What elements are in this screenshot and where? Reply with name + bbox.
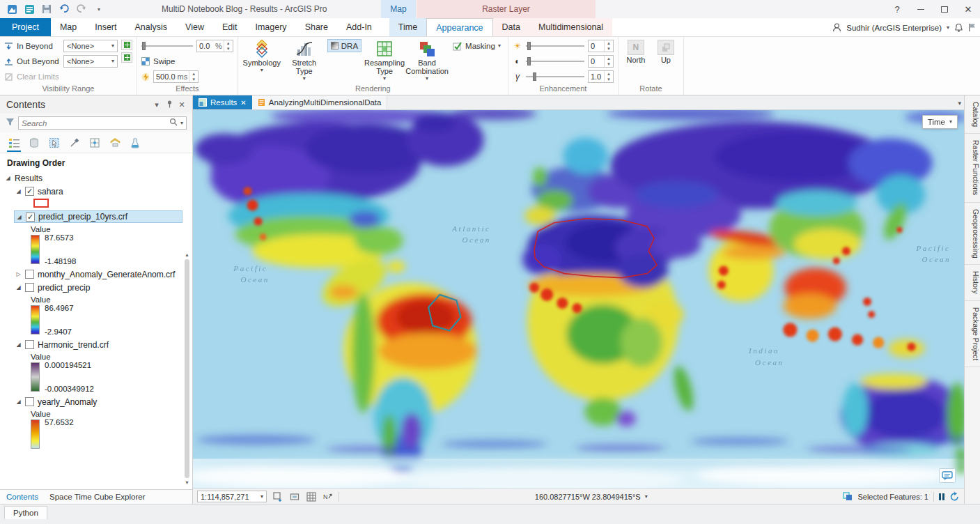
map-comment-icon[interactable] (939, 468, 956, 483)
layer-checkbox[interactable] (25, 340, 34, 349)
hidden-tabs-icon[interactable]: ▾ (958, 95, 961, 110)
tab-insert[interactable]: Insert (86, 18, 125, 36)
contrast-slider[interactable] (526, 56, 584, 67)
new-feature-icon[interactable] (272, 491, 283, 502)
expander-icon[interactable]: ◢ (16, 214, 22, 220)
layer-checkbox[interactable] (25, 283, 34, 292)
band-combination-button[interactable]: Band Combination ▾ (407, 39, 446, 82)
minimize-button[interactable] (909, 0, 933, 18)
layer-checkbox[interactable] (25, 397, 34, 406)
list-by-drawing-order-icon[interactable] (7, 134, 21, 151)
out-beyond-label[interactable]: Out Beyond (17, 57, 60, 66)
contents-scrollbar[interactable]: ▲ ▼ (183, 251, 191, 486)
customize-toolbar-icon[interactable]: ▾ (91, 2, 107, 16)
help-button[interactable]: ? (885, 0, 909, 18)
close-button[interactable]: ✕ (956, 0, 980, 18)
north-button[interactable]: N North (623, 39, 649, 64)
expander-icon[interactable]: ▷ (15, 271, 22, 277)
gamma-slider[interactable] (526, 71, 584, 82)
tab-appearance[interactable]: Appearance (426, 18, 492, 36)
pin-icon[interactable] (163, 100, 176, 109)
expander-icon[interactable]: ◢ (15, 399, 22, 405)
clear-limits-button[interactable]: Clear Limits (17, 72, 60, 81)
search-icon[interactable] (169, 118, 178, 128)
contrast-spinner[interactable]: 0▲▼ (588, 55, 614, 68)
doc-tab-analyzing-multidimensional-data[interactable]: AnalyzingMultiDimensionalData (252, 95, 388, 109)
expander-icon[interactable]: ◢ (15, 284, 22, 291)
filter-icon[interactable] (6, 118, 15, 128)
gamma-spinner[interactable]: 1.0▲▼ (588, 70, 614, 83)
maximize-button[interactable] (933, 0, 956, 18)
layer-item-yearly-anomaly[interactable]: ◢ yearly_Anomaly (0, 396, 192, 408)
pane-menu-icon[interactable]: ▾ (150, 100, 163, 109)
brightness-slider[interactable] (526, 40, 584, 52)
redo-icon[interactable] (74, 2, 89, 16)
layer-checkbox[interactable]: ✓ (26, 213, 35, 222)
tab-time[interactable]: Time (389, 18, 426, 36)
tab-catalog[interactable]: Catalog (965, 95, 980, 134)
list-by-snapping-icon[interactable] (88, 134, 102, 151)
tab-imagery[interactable]: Imagery (246, 18, 295, 36)
out-beyond-dropdown[interactable]: <None>▾ (63, 55, 118, 68)
masking-dropdown[interactable]: Masking ▾ (450, 39, 504, 52)
signed-in-user[interactable]: Sudhir (ArcGIS Enterprise) (846, 24, 942, 32)
stretch-type-button[interactable]: Stretch Type ▾ (285, 39, 324, 82)
tab-data[interactable]: Data (493, 18, 529, 36)
pause-drawing-icon[interactable] (939, 493, 944, 500)
tab-multidimensional[interactable]: Multidimensional (529, 18, 612, 36)
tab-python[interactable]: Python (4, 506, 47, 519)
app-icon[interactable] (4, 2, 20, 16)
layer-item-monthy-anomaly[interactable]: ▷ monthy_Anomaly_GenerateAnom.crf (0, 268, 192, 280)
save-icon[interactable] (39, 2, 54, 16)
coordinates-readout[interactable]: 160.0827715°W 23.8049415°S▾ (535, 493, 648, 501)
visibility-option-button-2[interactable] (121, 52, 132, 63)
undo-icon[interactable] (56, 2, 72, 16)
doc-tab-results[interactable]: Results ✕ (193, 95, 252, 109)
list-by-labeling-icon[interactable] (108, 134, 122, 151)
selected-features-count[interactable]: Selected Features: 1 (857, 493, 928, 501)
scale-combo[interactable]: 1:114,857,271▾ (197, 491, 267, 502)
close-tab-icon[interactable]: ✕ (240, 99, 246, 107)
scroll-up-icon[interactable]: ▲ (185, 251, 189, 259)
up-button[interactable]: Up (653, 39, 679, 64)
resampling-type-button[interactable]: Resampling Type ▾ (365, 39, 404, 82)
tab-project[interactable]: Project (0, 18, 51, 36)
tab-raster-functions[interactable]: Raster Functions (965, 134, 980, 202)
transparency-spinner[interactable]: 0.0%▲▼ (196, 40, 233, 52)
notifications-bell-icon[interactable] (954, 23, 963, 33)
dra-toggle[interactable]: DRA (327, 39, 361, 52)
expander-icon[interactable]: ◢ (15, 341, 22, 348)
search-input[interactable] (22, 119, 166, 128)
layer-item-results[interactable]: ◢ Results (0, 172, 192, 184)
tab-analysis[interactable]: Analysis (126, 18, 177, 36)
flicker-spinner[interactable]: 500.0ms▲▼ (153, 70, 199, 83)
list-by-data-source-icon[interactable] (27, 134, 41, 151)
tab-add-in[interactable]: Add-In (337, 18, 381, 36)
list-by-editing-icon[interactable] (68, 134, 81, 151)
brightness-spinner[interactable]: 0▲▼ (588, 40, 614, 52)
layer-item-harmonic-trend[interactable]: ◢ Harmonic_trend.crf (0, 339, 192, 350)
close-pane-icon[interactable]: ✕ (176, 100, 188, 109)
scrollbar-thumb[interactable] (185, 259, 189, 478)
layer-item-predict-precip[interactable]: ◢ predict_precip (0, 282, 192, 293)
scroll-down-icon[interactable]: ▼ (185, 479, 189, 486)
transparency-slider[interactable] (141, 40, 193, 52)
list-by-charts-icon[interactable] (128, 134, 142, 151)
attribute-grid-icon[interactable] (305, 491, 317, 502)
tab-edit[interactable]: Edit (213, 18, 247, 36)
snapping-toggle-icon[interactable] (288, 491, 300, 502)
visibility-option-button-1[interactable] (121, 40, 132, 50)
in-beyond-label[interactable]: In Beyond (17, 42, 60, 50)
layer-checkbox[interactable] (25, 270, 34, 279)
tab-contents[interactable]: Contents (6, 493, 38, 501)
sahara-symbol-swatch[interactable] (33, 199, 49, 208)
layer-checkbox[interactable]: ✓ (25, 187, 34, 196)
tab-history[interactable]: History (965, 265, 980, 301)
refresh-icon[interactable] (949, 492, 960, 502)
tab-share[interactable]: Share (296, 18, 337, 36)
swipe-button[interactable]: Swipe (153, 57, 196, 66)
tab-package-project[interactable]: Package Project (965, 301, 980, 367)
layer-item-sahara[interactable]: ◢ ✓ sahara (0, 185, 192, 197)
expander-icon[interactable]: ◢ (15, 188, 22, 194)
tab-geoprocessing[interactable]: Geoprocessing (965, 203, 980, 265)
